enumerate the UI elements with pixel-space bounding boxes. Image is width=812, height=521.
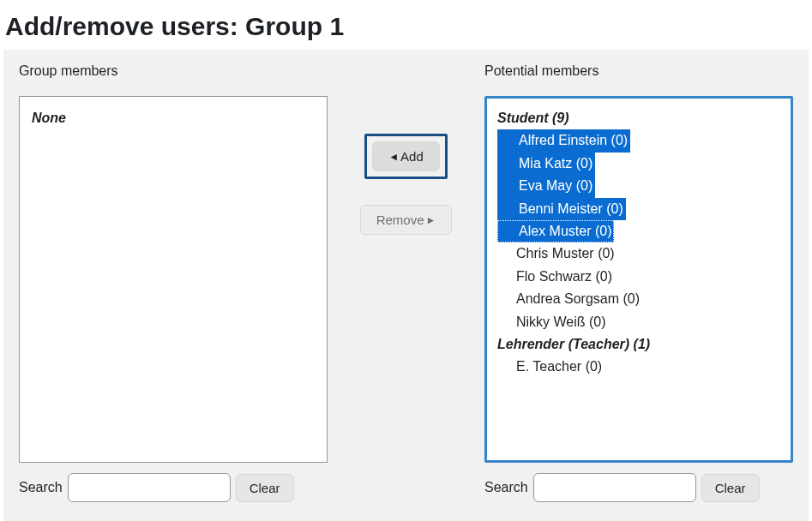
page-title: Add/remove users: Group 1 bbox=[5, 12, 812, 41]
group-panel: Group members None Search Clear ◄ Add Re… bbox=[3, 50, 809, 521]
potential-members-search-input[interactable] bbox=[533, 473, 696, 502]
potential-members-header: Potential members bbox=[484, 63, 793, 79]
group-members-header: Group members bbox=[19, 63, 328, 79]
remove-button-label: Remove bbox=[376, 213, 424, 227]
potential-members-clear-button[interactable]: Clear bbox=[701, 474, 760, 502]
group-members-listbox[interactable]: None bbox=[19, 96, 328, 463]
group-members-none: None bbox=[32, 107, 318, 129]
list-item[interactable]: Chris Muster (0) bbox=[497, 243, 784, 265]
add-button[interactable]: ◄ Add bbox=[372, 141, 440, 171]
potential-members-listbox[interactable]: Student (9)Alfred Einstein (0)Mia Katz (… bbox=[484, 96, 793, 463]
potential-members-search-label: Search bbox=[484, 480, 528, 495]
list-item[interactable]: Benni Meister (0) bbox=[497, 198, 784, 220]
group-members-clear-button[interactable]: Clear bbox=[236, 474, 294, 502]
list-item[interactable]: Eva May (0) bbox=[497, 175, 784, 197]
potential-members-column: Potential members Student (9)Alfred Eins… bbox=[484, 63, 793, 502]
list-item[interactable]: Nikky Weiß (0) bbox=[497, 311, 784, 333]
optgroup-label: Student (9) bbox=[497, 107, 784, 129]
list-item[interactable]: Mia Katz (0) bbox=[497, 153, 784, 175]
remove-button[interactable]: Remove ► bbox=[360, 205, 453, 235]
optgroup-label: Lehrender (Teacher) (1) bbox=[497, 333, 784, 356]
potential-members-search-row: Search Clear bbox=[484, 473, 793, 502]
center-controls: ◄ Add Remove ► bbox=[328, 63, 484, 502]
list-item[interactable]: Andrea Sorgsam (0) bbox=[497, 288, 784, 310]
group-members-column: Group members None Search Clear bbox=[19, 63, 328, 502]
add-button-focus-ring: ◄ Add bbox=[364, 134, 448, 179]
arrow-left-icon: ◄ bbox=[388, 151, 399, 163]
arrow-right-icon: ► bbox=[425, 214, 436, 226]
list-item[interactable]: Alex Muster (0) bbox=[497, 220, 784, 243]
list-item[interactable]: Flo Schwarz (0) bbox=[497, 266, 784, 288]
group-members-search-row: Search Clear bbox=[19, 473, 328, 502]
list-item[interactable]: Alfred Einstein (0) bbox=[497, 129, 784, 152]
group-members-search-input[interactable] bbox=[68, 473, 231, 502]
list-item[interactable]: E. Teacher (0) bbox=[497, 356, 784, 378]
group-members-search-label: Search bbox=[19, 480, 63, 495]
add-button-label: Add bbox=[400, 149, 424, 164]
